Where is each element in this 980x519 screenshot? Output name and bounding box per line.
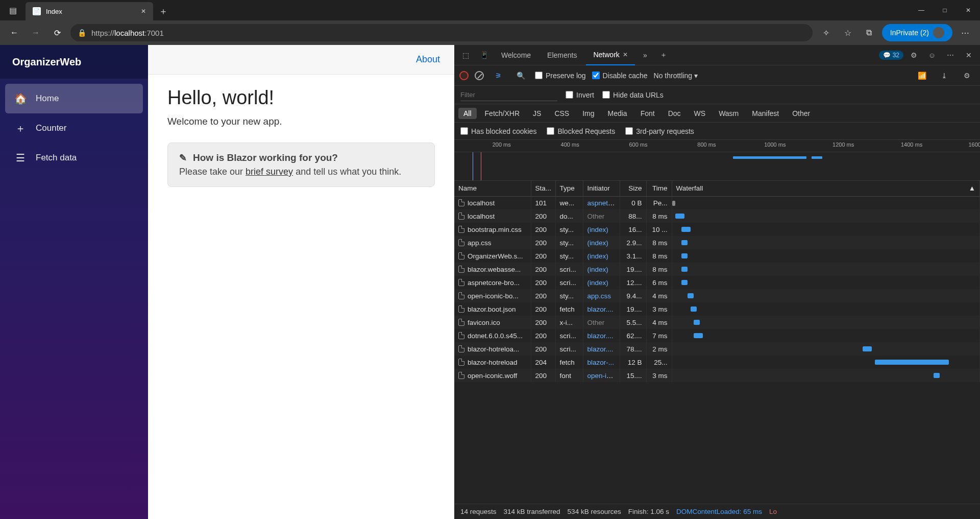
hide-data-urls-checkbox[interactable]: Hide data URLs	[602, 91, 664, 99]
table-row[interactable]: bootstrap.min.css200sty...(index)16...10…	[454, 223, 980, 236]
window-close-button[interactable]: ✕	[957, 0, 980, 20]
request-initiator[interactable]: blazor-...	[587, 359, 615, 366]
col-type[interactable]: Type	[555, 181, 583, 196]
col-name[interactable]: Name	[454, 181, 531, 196]
kebab-icon[interactable]: ⋯	[942, 47, 959, 63]
address-bar[interactable]: 🔒 https://localhost:7001	[70, 24, 813, 41]
preserve-log-checkbox[interactable]: Preserve log	[535, 72, 586, 80]
device-toggle-icon[interactable]: 📱	[476, 47, 492, 63]
tab-close-icon[interactable]: ✕	[141, 8, 146, 15]
table-row[interactable]: open-iconic-bo...200sty...app.css9.4...4…	[454, 289, 980, 302]
filter-input[interactable]	[460, 89, 557, 101]
request-initiator[interactable]: app.css	[587, 292, 611, 300]
search-icon[interactable]: 🔍	[512, 67, 529, 84]
col-size[interactable]: Size	[620, 181, 646, 196]
col-waterfall[interactable]: Waterfall ▲	[672, 181, 980, 196]
more-tabs-icon[interactable]: »	[637, 47, 653, 63]
type-filter-fetchxhr[interactable]: Fetch/XHR	[480, 108, 525, 119]
sidebar-item-fetchdata[interactable]: ☰ Fetch data	[5, 143, 143, 173]
request-initiator[interactable]: blazor....	[587, 305, 614, 313]
network-timeline[interactable]: 200 ms400 ms600 ms800 ms1000 ms1200 ms14…	[454, 140, 980, 181]
add-tab-icon[interactable]: ＋	[655, 47, 672, 63]
request-initiator[interactable]: (index)	[587, 239, 608, 247]
request-initiator[interactable]: (index)	[587, 279, 608, 287]
type-filter-font[interactable]: Font	[635, 108, 660, 119]
request-name: blazor-hotreload	[468, 359, 518, 366]
clear-button[interactable]	[475, 71, 484, 80]
table-row[interactable]: localhost101we...aspnetc...0 BPe...	[454, 196, 980, 209]
table-row[interactable]: blazor-hotreload204fetchblazor-...12 B25…	[454, 356, 980, 369]
feedback-icon[interactable]: ☺	[924, 47, 940, 63]
filter-toggle-icon[interactable]: ⚞	[490, 67, 506, 84]
table-row[interactable]: aspnetcore-bro...200scri...(index)12....…	[454, 276, 980, 289]
table-row[interactable]: localhost200do...Other88...8 ms	[454, 209, 980, 223]
col-status[interactable]: Sta...	[531, 181, 555, 196]
col-time[interactable]: Time	[646, 181, 672, 196]
table-header-row[interactable]: Name Sta... Type Initiator Size Time Wat…	[454, 181, 980, 196]
disable-cache-checkbox[interactable]: Disable cache	[592, 72, 648, 80]
table-row[interactable]: dotnet.6.0.0.s45...200scri...blazor....6…	[454, 329, 980, 342]
window-maximize-button[interactable]: □	[933, 0, 957, 20]
network-settings-icon[interactable]: ⚙	[959, 67, 975, 84]
gear-icon[interactable]: ⚙	[905, 47, 922, 63]
type-filter-doc[interactable]: Doc	[663, 108, 686, 119]
menu-icon[interactable]: ⋯	[957, 24, 974, 41]
tab-welcome[interactable]: Welcome	[494, 45, 538, 65]
new-tab-button[interactable]: ＋	[153, 2, 174, 20]
sidebar-item-home[interactable]: 🏠 Home	[5, 84, 143, 113]
type-filter-wasm[interactable]: Wasm	[714, 108, 744, 119]
request-initiator[interactable]: blazor....	[587, 332, 614, 340]
request-initiator[interactable]: (index)	[587, 266, 608, 273]
sidebar-item-counter[interactable]: ＋ Counter	[5, 113, 143, 143]
type-filter-media[interactable]: Media	[603, 108, 632, 119]
back-button[interactable]: ←	[6, 25, 22, 41]
table-row[interactable]: blazor-hotreloa...200scri...blazor....78…	[454, 342, 980, 356]
tab-elements[interactable]: Elements	[540, 45, 584, 65]
network-table[interactable]: Name Sta... Type Initiator Size Time Wat…	[454, 181, 980, 504]
request-initiator[interactable]: (index)	[587, 252, 608, 260]
type-filter-img[interactable]: Img	[577, 108, 599, 119]
type-filter-js[interactable]: JS	[528, 108, 546, 119]
throttling-select[interactable]: No throttling ▾	[654, 72, 698, 80]
browser-tab[interactable]: 📄 Index ✕	[26, 2, 153, 20]
table-row[interactable]: OrganizerWeb.s...200sty...(index)3.1...8…	[454, 249, 980, 263]
tab-network[interactable]: Network ✕	[586, 45, 634, 65]
favorites-icon[interactable]: ☆	[839, 24, 856, 41]
type-filter-ws[interactable]: WS	[689, 108, 711, 119]
table-row[interactable]: blazor.boot.json200fetchblazor....19....…	[454, 302, 980, 316]
import-export-icon[interactable]: ⤓	[936, 67, 952, 84]
request-initiator[interactable]: open-ic...	[587, 372, 616, 380]
record-button[interactable]	[459, 71, 469, 80]
window-minimize-button[interactable]: —	[910, 0, 933, 20]
type-filter-all[interactable]: All	[458, 108, 477, 119]
inprivate-indicator[interactable]: InPrivate (2)	[882, 24, 952, 41]
issues-badge[interactable]: 💬 32	[879, 51, 903, 60]
devtools-close-icon[interactable]: ✕	[961, 47, 977, 63]
favorite-add-icon[interactable]: ✧	[818, 24, 835, 41]
third-party-checkbox[interactable]: 3rd-party requests	[625, 127, 694, 135]
network-conditions-icon[interactable]: 📶	[914, 67, 930, 84]
forward-button[interactable]: →	[28, 25, 44, 41]
type-filter-manifest[interactable]: Manifest	[747, 108, 784, 119]
table-row[interactable]: open-iconic.woff200fontopen-ic...15....3…	[454, 369, 980, 382]
table-row[interactable]: blazor.webasse...200scri...(index)19....…	[454, 263, 980, 276]
request-time: 7 ms	[646, 329, 672, 342]
request-initiator[interactable]: aspnetc...	[587, 199, 618, 207]
request-initiator[interactable]: (index)	[587, 226, 608, 233]
invert-checkbox[interactable]: Invert	[566, 91, 594, 99]
col-initiator[interactable]: Initiator	[583, 181, 620, 196]
type-filter-css[interactable]: CSS	[549, 108, 574, 119]
request-initiator[interactable]: blazor....	[587, 345, 614, 353]
type-filter-other[interactable]: Other	[787, 108, 815, 119]
blocked-cookies-checkbox[interactable]: Has blocked cookies	[460, 127, 536, 135]
blocked-requests-checkbox[interactable]: Blocked Requests	[547, 127, 615, 135]
tab-actions-icon[interactable]: ▤	[0, 0, 26, 20]
survey-link[interactable]: brief survey	[246, 167, 293, 177]
table-row[interactable]: favicon.ico200x-i...Other5.5...4 ms	[454, 316, 980, 329]
collections-icon[interactable]: ⧉	[861, 24, 878, 41]
about-link[interactable]: About	[416, 54, 440, 65]
close-icon[interactable]: ✕	[623, 51, 628, 58]
reload-button[interactable]: ⟳	[49, 25, 65, 41]
table-row[interactable]: app.css200sty...(index)2.9...8 ms	[454, 236, 980, 249]
inspect-icon[interactable]: ⬚	[457, 47, 474, 63]
